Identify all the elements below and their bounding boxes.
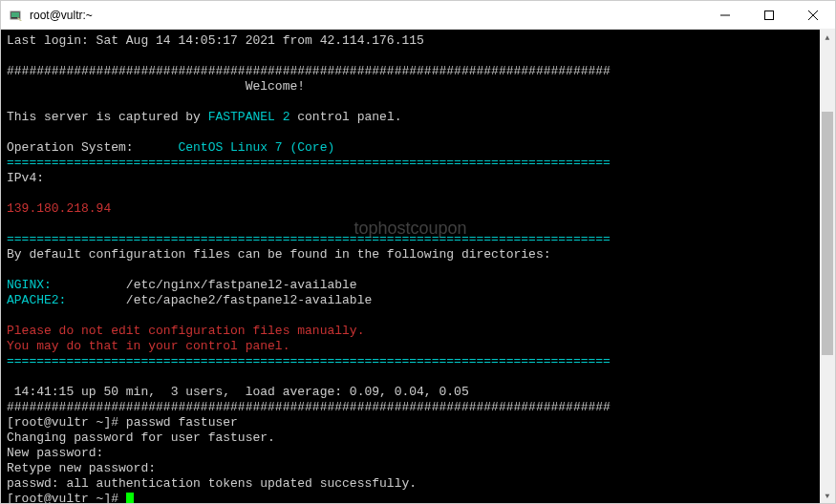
putty-icon [9,8,24,23]
cmd-passwd: passwd fastuser [126,415,238,430]
prompt-line-1: [root@vultr ~]# passwd fastuser [7,415,238,430]
ipv4-value: 139.180.218.94 [7,201,111,216]
uptime-line: 14:41:15 up 50 min, 3 users, load averag… [7,385,469,399]
close-button[interactable] [791,1,835,29]
svg-rect-1 [11,12,19,17]
welcome-text: Welcome! [7,79,305,94]
svg-rect-3 [765,10,774,19]
maximize-button[interactable] [747,1,791,29]
terminal-window: root@vultr:~ Last login: Sat Aug 14 14:0… [0,0,836,504]
scroll-up-arrow-icon[interactable]: ▲ [820,30,835,45]
minimize-button[interactable] [703,1,747,29]
fastpanel-link: FASTPANEL 2 [208,110,290,124]
pwd-change-4: passwd: all authentication tokens update… [7,476,417,491]
ipv4-label: IPv4: [7,171,44,185]
pwd-change-2: New password: [7,446,103,460]
scroll-thumb[interactable] [822,112,833,355]
hash-divider-2: ########################################… [7,400,611,414]
pwd-change-3: Retype new password: [7,461,156,475]
hash-divider: ########################################… [7,64,611,78]
warning-1: Please do not edit configuration files m… [7,324,364,338]
eq-divider: ========================================… [7,156,611,170]
window-title: root@vultr:~ [30,9,93,22]
apache-line: APACHE2: /etc/apache2/fastpanel2-availab… [7,293,372,307]
nginx-label: NGINX: [7,278,52,292]
window-controls [703,1,835,29]
prompt-line-2: [root@vultr ~]# [7,492,134,503]
eq-divider-2: ========================================… [7,232,611,246]
os-line: Operation System: CentOS Linux 7 (Core) [7,140,334,155]
nginx-line: NGINX: /etc/nginx/fastpanel2-available [7,278,357,292]
cursor-icon [126,493,134,503]
scroll-down-arrow-icon[interactable]: ▼ [820,488,835,503]
eq-divider-3: ========================================… [7,354,611,368]
os-value: CentOS Linux 7 (Core) [178,140,334,155]
warning-2: You may do that in your control panel. [7,339,289,353]
terminal-area: Last login: Sat Aug 14 14:05:17 2021 fro… [1,30,835,503]
terminal-output[interactable]: Last login: Sat Aug 14 14:05:17 2021 fro… [1,30,820,503]
scrollbar[interactable]: ▲ ▼ [820,30,835,503]
apache-label: APACHE2: [7,293,66,307]
pwd-change-1: Changing password for user fastuser. [7,430,275,445]
last-login-line: Last login: Sat Aug 14 14:05:17 2021 fro… [7,33,424,48]
scroll-track[interactable] [820,45,835,488]
titlebar: root@vultr:~ [1,1,835,30]
config-text: By default configuration files can be fo… [7,247,551,262]
title-left: root@vultr:~ [9,8,93,23]
captured-line: This server is captured by FASTPANEL 2 c… [7,110,402,124]
